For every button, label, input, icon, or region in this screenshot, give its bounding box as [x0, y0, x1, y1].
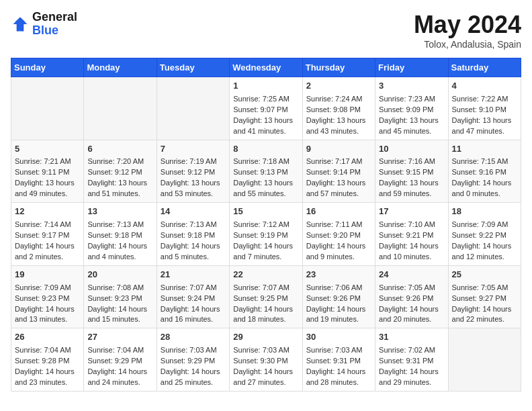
- calendar-cell: 25Sunrise: 7:05 AMSunset: 9:27 PMDayligh…: [448, 265, 521, 328]
- day-number: 3: [379, 80, 444, 93]
- sunrise-text: Sunrise: 7:09 AM: [15, 283, 80, 293]
- sunrise-text: Sunrise: 7:22 AM: [452, 94, 517, 105]
- sunset-text: Sunset: 9:21 PM: [379, 230, 444, 241]
- calendar-cell: 12Sunrise: 7:14 AMSunset: 9:17 PMDayligh…: [11, 203, 84, 266]
- day-number: 29: [233, 331, 298, 344]
- sunrise-text: Sunrise: 7:23 AM: [379, 94, 444, 105]
- cell-content: 16Sunrise: 7:11 AMSunset: 9:20 PMDayligh…: [306, 205, 371, 263]
- calendar-week-row: 26Sunrise: 7:04 AMSunset: 9:28 PMDayligh…: [11, 328, 521, 392]
- sunrise-text: Sunrise: 7:10 AM: [379, 220, 444, 230]
- sunset-text: Sunset: 9:13 PM: [233, 167, 298, 178]
- day-number: 22: [233, 269, 298, 281]
- calendar-cell: [84, 77, 157, 140]
- cell-content: 31Sunrise: 7:02 AMSunset: 9:31 PMDayligh…: [379, 331, 444, 388]
- sunset-text: Sunset: 9:18 PM: [161, 230, 226, 241]
- day-number: 10: [379, 143, 444, 156]
- sunset-text: Sunset: 9:23 PM: [87, 293, 152, 304]
- calendar-cell: 1Sunrise: 7:25 AMSunset: 9:07 PMDaylight…: [230, 77, 302, 140]
- daylight-text: Daylight: 14 hours and 9 minutes.: [306, 241, 371, 263]
- calendar-cell: 21Sunrise: 7:07 AMSunset: 9:24 PMDayligh…: [157, 265, 229, 328]
- sunrise-text: Sunrise: 7:21 AM: [15, 156, 80, 167]
- calendar-cell: 6Sunrise: 7:20 AMSunset: 9:12 PMDaylight…: [84, 140, 157, 203]
- weekday-header: Saturday: [448, 58, 521, 77]
- day-number: 23: [306, 269, 371, 281]
- day-number: 12: [15, 205, 80, 218]
- sunrise-text: Sunrise: 7:08 AM: [87, 283, 152, 293]
- daylight-text: Daylight: 13 hours and 47 minutes.: [452, 116, 517, 137]
- day-number: 7: [161, 143, 226, 156]
- calendar-cell: 11Sunrise: 7:15 AMSunset: 9:16 PMDayligh…: [448, 140, 521, 203]
- logo: General Blue: [11, 11, 77, 38]
- cell-content: 9Sunrise: 7:17 AMSunset: 9:14 PMDaylight…: [306, 143, 371, 200]
- cell-content: 26Sunrise: 7:04 AMSunset: 9:28 PMDayligh…: [15, 331, 80, 388]
- sunset-text: Sunset: 9:19 PM: [233, 230, 298, 241]
- calendar-cell: 22Sunrise: 7:07 AMSunset: 9:25 PMDayligh…: [230, 265, 302, 328]
- sunrise-text: Sunrise: 7:09 AM: [452, 220, 517, 230]
- sunrise-text: Sunrise: 7:02 AM: [379, 345, 444, 356]
- day-number: 4: [452, 80, 517, 93]
- sunset-text: Sunset: 9:23 PM: [15, 293, 80, 304]
- cell-content: 29Sunrise: 7:03 AMSunset: 9:30 PMDayligh…: [233, 331, 298, 388]
- cell-content: 17Sunrise: 7:10 AMSunset: 9:21 PMDayligh…: [379, 205, 444, 263]
- daylight-text: Daylight: 13 hours and 49 minutes.: [15, 178, 80, 199]
- sunset-text: Sunset: 9:17 PM: [15, 230, 80, 241]
- daylight-text: Daylight: 14 hours and 20 minutes.: [379, 304, 444, 326]
- calendar-cell: 31Sunrise: 7:02 AMSunset: 9:31 PMDayligh…: [375, 328, 448, 392]
- calendar-cell: 24Sunrise: 7:05 AMSunset: 9:26 PMDayligh…: [375, 265, 448, 328]
- day-number: 28: [161, 331, 226, 344]
- calendar-cell: 13Sunrise: 7:13 AMSunset: 9:18 PMDayligh…: [84, 203, 157, 266]
- cell-content: 10Sunrise: 7:16 AMSunset: 9:15 PMDayligh…: [379, 143, 444, 200]
- sunrise-text: Sunrise: 7:15 AM: [452, 156, 517, 167]
- daylight-text: Daylight: 14 hours and 19 minutes.: [306, 304, 371, 326]
- sunrise-text: Sunrise: 7:03 AM: [161, 345, 226, 356]
- weekday-header-row: SundayMondayTuesdayWednesdayThursdayFrid…: [11, 58, 521, 77]
- day-number: 18: [452, 205, 517, 218]
- day-number: 9: [306, 143, 371, 156]
- daylight-text: Daylight: 13 hours and 55 minutes.: [233, 178, 298, 199]
- cell-content: 11Sunrise: 7:15 AMSunset: 9:16 PMDayligh…: [452, 143, 517, 200]
- daylight-text: Daylight: 14 hours and 15 minutes.: [87, 304, 152, 326]
- day-number: 1: [233, 80, 298, 93]
- daylight-text: Daylight: 14 hours and 4 minutes.: [87, 241, 152, 263]
- sunrise-text: Sunrise: 7:19 AM: [161, 156, 226, 167]
- calendar-cell: 9Sunrise: 7:17 AMSunset: 9:14 PMDaylight…: [302, 140, 375, 203]
- sunrise-text: Sunrise: 7:20 AM: [87, 156, 152, 167]
- sunset-text: Sunset: 9:12 PM: [87, 167, 152, 178]
- daylight-text: Daylight: 14 hours and 16 minutes.: [161, 304, 226, 326]
- cell-content: 6Sunrise: 7:20 AMSunset: 9:12 PMDaylight…: [87, 143, 152, 200]
- weekday-header: Monday: [84, 58, 157, 77]
- sunset-text: Sunset: 9:10 PM: [452, 105, 517, 116]
- daylight-text: Daylight: 14 hours and 7 minutes.: [233, 241, 298, 263]
- sunset-text: Sunset: 9:22 PM: [452, 230, 517, 241]
- daylight-text: Daylight: 14 hours and 25 minutes.: [161, 367, 226, 388]
- weekday-header: Thursday: [302, 58, 375, 77]
- day-number: 25: [452, 269, 517, 281]
- sunset-text: Sunset: 9:11 PM: [15, 167, 80, 178]
- sunrise-text: Sunrise: 7:05 AM: [452, 283, 517, 293]
- day-number: 26: [15, 331, 80, 344]
- sunrise-text: Sunrise: 7:25 AM: [233, 94, 298, 105]
- sunrise-text: Sunrise: 7:14 AM: [15, 220, 80, 230]
- cell-content: 20Sunrise: 7:08 AMSunset: 9:23 PMDayligh…: [87, 269, 152, 326]
- daylight-text: Daylight: 14 hours and 5 minutes.: [161, 241, 226, 263]
- daylight-text: Daylight: 14 hours and 18 minutes.: [233, 304, 298, 326]
- sunset-text: Sunset: 9:16 PM: [452, 167, 517, 178]
- sunset-text: Sunset: 9:18 PM: [87, 230, 152, 241]
- sunset-text: Sunset: 9:08 PM: [306, 105, 371, 116]
- daylight-text: Daylight: 14 hours and 29 minutes.: [379, 367, 444, 388]
- calendar-cell: 26Sunrise: 7:04 AMSunset: 9:28 PMDayligh…: [11, 328, 84, 392]
- sunset-text: Sunset: 9:31 PM: [379, 356, 444, 367]
- sunrise-text: Sunrise: 7:07 AM: [161, 283, 226, 293]
- cell-content: 14Sunrise: 7:13 AMSunset: 9:18 PMDayligh…: [161, 205, 226, 263]
- calendar-cell: 3Sunrise: 7:23 AMSunset: 9:09 PMDaylight…: [375, 77, 448, 140]
- sunset-text: Sunset: 9:07 PM: [233, 105, 298, 116]
- daylight-text: Daylight: 14 hours and 28 minutes.: [306, 367, 371, 388]
- sunrise-text: Sunrise: 7:11 AM: [306, 220, 371, 230]
- sunset-text: Sunset: 9:29 PM: [87, 356, 152, 367]
- weekday-header: Wednesday: [230, 58, 302, 77]
- calendar-cell: [157, 77, 229, 140]
- weekday-header: Tuesday: [157, 58, 229, 77]
- cell-content: 4Sunrise: 7:22 AMSunset: 9:10 PMDaylight…: [452, 80, 517, 137]
- daylight-text: Daylight: 13 hours and 59 minutes.: [379, 178, 444, 199]
- sunset-text: Sunset: 9:27 PM: [452, 293, 517, 304]
